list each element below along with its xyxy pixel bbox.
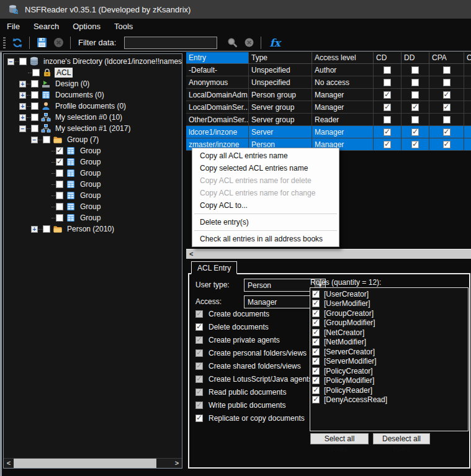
collapse-icon[interactable]: − xyxy=(19,125,26,132)
tree-item[interactable]: −Group (7) xyxy=(4,134,182,145)
tree-checkbox[interactable] xyxy=(31,102,38,110)
tree-item-label[interactable]: Person (2010) xyxy=(65,224,116,234)
tree-checkbox[interactable] xyxy=(56,169,63,177)
menu-item-options[interactable]: Options xyxy=(66,19,107,34)
titlebar[interactable]: NSFReader v0.35.1 (Developed by zKsandri… xyxy=(0,0,471,19)
context-menu-item[interactable]: Copy selected ACL entries name xyxy=(193,162,338,174)
select-all-roles-button[interactable]: Select all roles xyxy=(310,433,369,444)
cpa-checkbox[interactable] xyxy=(443,141,451,148)
tree-checkbox[interactable] xyxy=(43,225,50,233)
scroll-right-icon[interactable]: > xyxy=(172,459,182,468)
cd-checkbox[interactable] xyxy=(384,91,391,99)
dd-checkbox[interactable] xyxy=(411,116,419,123)
tree-item-label[interactable]: Group xyxy=(78,202,102,212)
role-checkbox[interactable] xyxy=(312,338,320,346)
tree-checkbox[interactable] xyxy=(56,214,63,222)
menu-item-search[interactable]: Search xyxy=(27,19,66,34)
deselect-all-roles-button[interactable]: Deselect all roles xyxy=(373,433,430,444)
tree-checkbox[interactable] xyxy=(19,58,27,65)
tree-item-label[interactable]: ACL xyxy=(55,68,73,78)
dd-checkbox[interactable] xyxy=(411,79,419,86)
scrollbar-track[interactable] xyxy=(156,459,172,468)
tree-item[interactable]: Group xyxy=(4,168,182,179)
tree-item[interactable]: Group xyxy=(4,179,182,190)
role-item[interactable]: [PolicyModifier] xyxy=(310,376,468,386)
table-row[interactable]: LocalDomainAdm...Person groupManager xyxy=(186,89,471,101)
tree-item-label[interactable]: Group xyxy=(78,191,102,200)
cd-checkbox[interactable] xyxy=(384,116,391,123)
roles-listbox[interactable]: [UserCreator][UserModifier][GroupCreator… xyxy=(310,287,469,431)
collapse-icon[interactable]: − xyxy=(7,58,14,65)
cpa-checkbox[interactable] xyxy=(443,104,451,111)
role-item[interactable]: [ServerCreator] xyxy=(310,347,468,357)
column-header[interactable]: C xyxy=(464,52,471,63)
tree-item[interactable]: Group xyxy=(4,156,182,168)
tree-item-label[interactable]: Profile documents (0) xyxy=(53,101,128,111)
column-header[interactable]: CD xyxy=(374,52,401,63)
tree-item-label[interactable]: My selection #0 (10) xyxy=(53,112,124,122)
menu-item-tools[interactable]: Tools xyxy=(107,19,140,34)
tree-item[interactable]: ACL xyxy=(4,67,182,78)
tree-checkbox[interactable] xyxy=(31,125,38,132)
tree-item-label[interactable]: Group xyxy=(78,179,102,189)
expand-icon[interactable]: + xyxy=(19,92,26,99)
tree-item-label[interactable]: Design (0) xyxy=(53,79,91,89)
context-menu-item[interactable]: Delete entry(s) xyxy=(193,216,338,228)
dd-checkbox[interactable] xyxy=(411,141,419,148)
permission-item[interactable]: Replicate or copy documents xyxy=(195,413,305,423)
expand-icon[interactable]: + xyxy=(19,114,26,121)
scroll-left-icon[interactable]: < xyxy=(4,459,14,468)
dd-checkbox[interactable] xyxy=(411,66,419,74)
tree-item-label[interactable]: Group xyxy=(78,157,102,167)
column-header[interactable]: DD xyxy=(401,52,429,63)
role-checkbox[interactable] xyxy=(312,300,320,307)
column-header[interactable]: Entry xyxy=(186,52,249,63)
tree-checkbox[interactable] xyxy=(56,147,63,155)
tree-checkbox[interactable] xyxy=(56,181,63,188)
tree-item[interactable]: Group xyxy=(4,201,182,212)
formula-icon[interactable]: fx xyxy=(266,37,283,49)
role-item[interactable]: [NetCreator] xyxy=(310,328,468,338)
cpa-checkbox[interactable] xyxy=(443,116,451,123)
tree-item-label[interactable]: My selection #1 (2017) xyxy=(53,123,132,133)
column-header[interactable]: Access level xyxy=(312,52,374,63)
role-checkbox[interactable] xyxy=(312,367,320,375)
role-checkbox[interactable] xyxy=(312,377,320,384)
cpa-checkbox[interactable] xyxy=(443,128,451,136)
role-item[interactable]: [UserModifier] xyxy=(310,299,468,309)
context-menu-item[interactable]: Copy ACL to... xyxy=(193,199,338,212)
tree-checkbox[interactable] xyxy=(43,136,50,143)
tree-horizontal-scrollbar[interactable]: < > xyxy=(4,458,182,468)
tree-checkbox[interactable] xyxy=(56,158,63,166)
tree-item[interactable]: +Person (2010) xyxy=(4,223,182,235)
dd-checkbox[interactable] xyxy=(411,104,419,111)
role-item[interactable]: [UserCreator] xyxy=(310,289,468,299)
role-item[interactable]: [PolicyCreator] xyxy=(310,366,468,376)
cd-checkbox[interactable] xyxy=(384,141,391,148)
role-checkbox[interactable] xyxy=(312,290,320,298)
tree-checkbox[interactable] xyxy=(31,80,38,88)
role-checkbox[interactable] xyxy=(312,329,320,336)
scrollbar-thumb[interactable] xyxy=(14,459,156,468)
role-item[interactable]: [ServerModifier] xyxy=(310,357,468,367)
role-checkbox[interactable] xyxy=(312,310,320,317)
tab-acl-entry[interactable]: ACL Entry xyxy=(191,261,237,274)
table-row[interactable]: AnonymousUnspecifiedNo access xyxy=(186,76,471,89)
tree-checkbox[interactable] xyxy=(31,91,38,99)
dd-checkbox[interactable] xyxy=(411,128,419,136)
menu-item-file[interactable]: File xyxy=(0,19,27,34)
role-checkbox[interactable] xyxy=(312,319,320,326)
tree-checkbox[interactable] xyxy=(31,114,38,121)
tree-checkbox[interactable] xyxy=(32,69,40,76)
role-checkbox[interactable] xyxy=(312,387,320,394)
role-item[interactable]: [NetModifier] xyxy=(310,338,468,348)
column-header[interactable]: Type xyxy=(249,52,312,63)
role-item[interactable]: [GroupCreator] xyxy=(310,308,468,318)
role-item[interactable]: [GroupModifier] xyxy=(310,318,468,328)
column-header[interactable]: CPA xyxy=(429,52,464,63)
tree-item-label[interactable]: inzone's Directory (ldcore1/inzone!!name… xyxy=(42,56,182,66)
tree-checkbox[interactable] xyxy=(56,192,63,199)
permission-item[interactable]: Delete documents xyxy=(195,322,269,331)
collapse-icon[interactable]: − xyxy=(31,137,38,143)
cpa-checkbox[interactable] xyxy=(443,66,451,74)
